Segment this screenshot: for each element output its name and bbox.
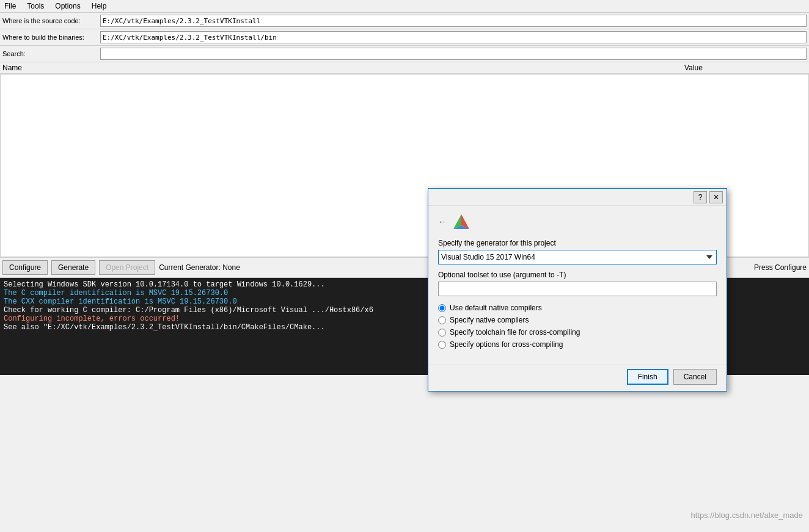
radio-label-1: Use default native compilers xyxy=(450,304,542,312)
generator-dialog: ? ✕ ← Specify the generator for this pro… xyxy=(428,188,727,392)
radio-label-3: Specify toolchain file for cross-compili… xyxy=(450,328,580,337)
dialog-help-button[interactable]: ? xyxy=(694,191,707,203)
generator-select[interactable]: Visual Studio 15 2017 Win64 Visual Studi… xyxy=(438,250,717,264)
radio-option-1[interactable]: Use default native compilers xyxy=(438,304,717,312)
radio-option-4[interactable]: Specify options for cross-compiling xyxy=(438,340,717,349)
dialog-footer: Finish Cancel xyxy=(428,365,727,391)
radio-label-2: Specify native compilers xyxy=(450,316,529,324)
compiler-radio-group: Use default native compilers Specify nat… xyxy=(438,304,717,349)
finish-button[interactable]: Finish xyxy=(627,369,668,385)
radio-input-2[interactable] xyxy=(438,316,446,324)
dialog-titlebar-buttons: ? ✕ xyxy=(694,191,723,203)
toolset-label: Optional toolset to use (argument to -T) xyxy=(438,271,717,279)
toolset-input[interactable] xyxy=(438,282,717,296)
radio-option-2[interactable]: Specify native compilers xyxy=(438,316,717,324)
radio-option-3[interactable]: Specify toolchain file for cross-compili… xyxy=(438,328,717,337)
radio-input-1[interactable] xyxy=(438,304,446,312)
cmake-logo-icon xyxy=(453,213,470,230)
dialog-overlay: ? ✕ ← Specify the generator for this pro… xyxy=(0,0,809,532)
dialog-close-button[interactable]: ✕ xyxy=(709,191,723,203)
dialog-nav: ← xyxy=(438,213,717,230)
radio-input-4[interactable] xyxy=(438,341,446,349)
dialog-body: ← Specify the generator for this project… xyxy=(428,206,727,365)
generator-label: Specify the generator for this project xyxy=(438,239,717,247)
radio-input-3[interactable] xyxy=(438,329,446,337)
cancel-button[interactable]: Cancel xyxy=(673,369,717,385)
back-arrow-icon[interactable]: ← xyxy=(438,217,447,227)
radio-label-4: Specify options for cross-compiling xyxy=(450,340,563,349)
dialog-titlebar: ? ✕ xyxy=(428,189,727,206)
